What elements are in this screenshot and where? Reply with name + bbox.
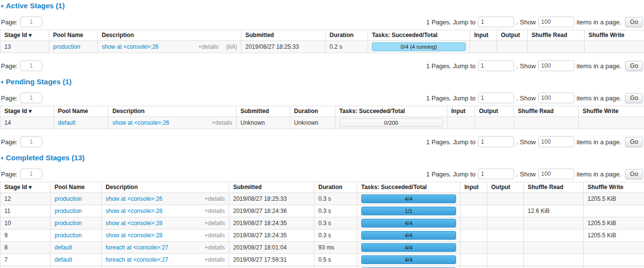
column-header-stage-id[interactable]: Stage Id ▾ xyxy=(0,182,51,193)
column-header-output[interactable]: Output xyxy=(487,182,524,193)
column-header-pool-name[interactable]: Pool Name xyxy=(49,30,98,41)
column-header-submitted[interactable]: Submitted xyxy=(241,30,326,41)
go-button[interactable]: Go xyxy=(625,169,643,179)
progress-label: 4/4 xyxy=(362,244,456,251)
description-link[interactable]: show at <console>:26 xyxy=(112,119,169,126)
go-button[interactable]: Go xyxy=(625,137,643,147)
show-items-input[interactable] xyxy=(538,169,574,179)
column-header-input[interactable]: Input xyxy=(460,182,487,193)
column-header-tasks-succeeded-total[interactable]: Tasks: Succeeded/Total xyxy=(368,30,470,41)
stage-row: 10production+detailsshow at <console>:28… xyxy=(0,217,644,230)
description-cell: +detailsforeach at <console>:27 xyxy=(102,242,229,254)
column-header-shuffle-read[interactable]: Shuffle Read xyxy=(524,182,584,193)
show-label: . Show xyxy=(516,95,536,102)
column-header-shuffle-read[interactable]: Shuffle Read xyxy=(514,106,579,117)
section-title[interactable]: ▾Completed Stages (13) xyxy=(1,153,644,162)
tasks-cell: 0/4 (4 running) xyxy=(368,41,470,53)
jump-to-input[interactable] xyxy=(478,17,514,27)
column-header-duration[interactable]: Duration xyxy=(326,30,368,41)
output-cell xyxy=(487,254,524,266)
column-header-submitted[interactable]: Submitted xyxy=(229,182,314,193)
column-header-input[interactable]: Input xyxy=(470,30,497,41)
section-title[interactable]: ▾Active Stages (1) xyxy=(1,1,644,10)
description-link[interactable]: show at <console>:28 xyxy=(106,232,163,239)
go-button[interactable]: Go xyxy=(625,17,643,27)
submitted-cell: 2019/08/27 18:25:33 xyxy=(241,41,326,53)
shuffle-read-cell xyxy=(528,41,585,53)
column-header-shuffle-write[interactable]: Shuffle Write xyxy=(585,30,644,41)
column-header-shuffle-read[interactable]: Shuffle Read xyxy=(528,30,585,41)
tasks-progress-bar: 4/4 xyxy=(361,194,456,203)
pool-name-link[interactable]: production xyxy=(55,208,82,214)
kill-link[interactable]: (kill) xyxy=(226,43,237,50)
pool-name-link[interactable]: production xyxy=(53,43,80,50)
column-header-output[interactable]: Output xyxy=(475,106,514,117)
description-link[interactable]: foreach at <console>:27 xyxy=(106,256,168,263)
page-number-input[interactable] xyxy=(20,169,42,179)
description-link[interactable]: show at <console>:26 xyxy=(102,43,159,50)
pool-name-cell: production xyxy=(51,205,102,217)
page-number-input[interactable] xyxy=(20,60,42,71)
show-items-input[interactable] xyxy=(538,17,574,27)
progress-label: 0/4 (4 running) xyxy=(372,43,465,51)
input-cell xyxy=(447,117,475,129)
description-link[interactable]: foreach at <console>:27 xyxy=(106,244,168,251)
jump-to-input[interactable] xyxy=(478,169,514,179)
pool-name-link[interactable]: production xyxy=(55,195,82,202)
shuffle-write-cell xyxy=(579,117,644,129)
go-button[interactable]: Go xyxy=(625,93,643,103)
details-toggle[interactable]: +details xyxy=(204,256,225,263)
column-header-shuffle-write[interactable]: Shuffle Write xyxy=(579,106,644,117)
details-toggle[interactable]: +details xyxy=(204,232,225,239)
column-header-description[interactable]: Description xyxy=(102,182,229,193)
column-header-tasks-succeeded-total[interactable]: Tasks: Succeeded/Total xyxy=(357,182,460,193)
pool-name-link[interactable]: production xyxy=(55,220,82,227)
stages-table: Stage Id ▾Pool NameDescriptionSubmittedD… xyxy=(0,182,644,268)
details-toggle[interactable]: +details xyxy=(212,119,232,126)
description-link[interactable]: show at <console>:28 xyxy=(106,220,163,227)
pool-name-link[interactable]: production xyxy=(55,232,82,239)
details-toggle[interactable]: +details xyxy=(204,195,225,202)
description-actions: +details xyxy=(204,244,225,251)
details-toggle[interactable]: +details xyxy=(198,43,219,50)
column-header-pool-name[interactable]: Pool Name xyxy=(54,106,109,117)
column-header-shuffle-write[interactable]: Shuffle Write xyxy=(584,182,644,193)
jump-to-input[interactable] xyxy=(478,93,514,103)
items-per-page-text: items in a page. xyxy=(577,62,622,70)
show-items-input[interactable] xyxy=(538,60,574,71)
column-header-tasks-succeeded-total[interactable]: Tasks: Succeeded/Total xyxy=(335,106,447,117)
output-cell xyxy=(487,217,524,230)
go-button[interactable]: Go xyxy=(625,61,643,71)
shuffle-read-cell xyxy=(524,193,584,205)
details-toggle[interactable]: +details xyxy=(204,220,225,227)
description-link[interactable]: show at <console>:26 xyxy=(106,195,163,202)
column-header-submitted[interactable]: Submitted xyxy=(237,106,290,117)
column-header-description[interactable]: Description xyxy=(109,106,237,117)
show-items-input[interactable] xyxy=(538,136,574,147)
items-per-page-text: items in a page. xyxy=(577,138,622,146)
column-header-duration[interactable]: Duration xyxy=(290,106,335,117)
page-number-input[interactable] xyxy=(20,17,42,27)
details-toggle[interactable]: +details xyxy=(204,208,225,214)
jump-to-input[interactable] xyxy=(478,60,514,71)
pool-name-link[interactable]: default xyxy=(55,256,72,263)
pool-name-link[interactable]: default xyxy=(55,244,72,251)
column-header-duration[interactable]: Duration xyxy=(314,182,357,193)
section-title[interactable]: ▾Pending Stages (1) xyxy=(1,77,644,86)
show-items-input[interactable] xyxy=(538,93,574,103)
page-number-input[interactable] xyxy=(20,136,42,147)
stage-row: 8default+detailsforeach at <console>:272… xyxy=(0,242,644,254)
column-header-pool-name[interactable]: Pool Name xyxy=(51,182,102,193)
description-link[interactable]: show at <console>:28 xyxy=(106,208,163,214)
column-header-stage-id[interactable]: Stage Id ▾ xyxy=(0,30,49,41)
pool-name-link[interactable]: default xyxy=(58,119,75,126)
jump-to-input[interactable] xyxy=(478,136,514,147)
page-number-input[interactable] xyxy=(20,93,42,103)
column-header-input[interactable]: Input xyxy=(447,106,475,117)
column-header-stage-id[interactable]: Stage Id ▾ xyxy=(0,106,54,117)
details-toggle[interactable]: +details xyxy=(204,244,225,251)
column-header-description[interactable]: Description xyxy=(98,30,241,41)
input-cell xyxy=(460,266,487,268)
column-header-output[interactable]: Output xyxy=(497,30,528,41)
output-cell xyxy=(487,193,524,205)
